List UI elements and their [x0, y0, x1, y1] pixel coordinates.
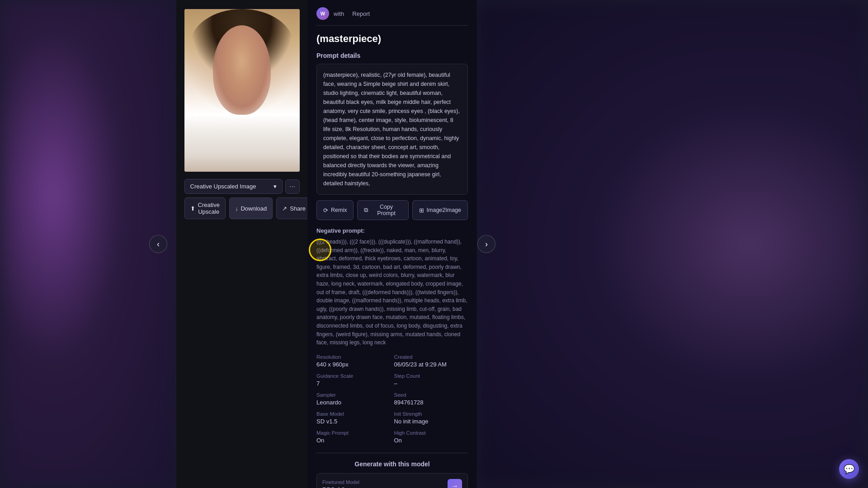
image2image-label: Image2Image: [427, 207, 461, 213]
high-contrast-label: High Contrast: [394, 430, 468, 436]
negative-prompt-label: Negative prompt:: [316, 227, 468, 234]
magic-prompt-item: Magic Prompt On: [316, 430, 391, 444]
finetuned-model-name: RPG 4.0: [322, 486, 359, 488]
main-image: [184, 9, 300, 172]
chat-bubble-button[interactable]: 💬: [839, 459, 859, 479]
download-label: Download: [241, 205, 267, 212]
high-contrast-value: On: [394, 437, 468, 444]
panel-header: W with Report: [316, 7, 468, 26]
init-strength-value: No init image: [394, 418, 468, 425]
details-panel: W with Report (masterpiece) Prompt detai…: [307, 0, 477, 488]
created-label: Created: [394, 354, 468, 360]
resolution-value: 640 x 960px: [316, 361, 391, 368]
step-count-item: Step Count –: [394, 373, 468, 387]
base-model-label: Base Model: [316, 411, 391, 417]
finetuned-model-label: Finetuned Model: [322, 479, 359, 485]
share-button[interactable]: ↗ Share: [276, 197, 311, 219]
generate-title: Generate with this model: [316, 460, 468, 468]
generate-section: Generate with this model Finetuned Model…: [316, 453, 468, 488]
share-label: Share: [290, 205, 306, 212]
action-row: ⬆ Creative Upscale ↓ Download ↗ Share: [184, 197, 300, 219]
image-hair-overlay: [190, 9, 294, 82]
chevron-down-icon: ▾: [274, 183, 277, 190]
model-select-dropdown[interactable]: Creative Upscaled Image ▾: [184, 179, 283, 194]
background-right: [475, 0, 868, 488]
left-arrow-icon: ‹: [157, 239, 160, 249]
creative-upscale-button[interactable]: ⬆ Creative Upscale: [184, 197, 226, 219]
prompt-text: (masterpiece), realistic, (27yr old fema…: [323, 70, 461, 188]
base-model-value: SD v1.5: [316, 418, 391, 425]
created-item: Created 06/05/23 at 9:29 AM: [394, 354, 468, 368]
image2image-icon: ⊞: [419, 207, 424, 214]
username-label: with: [334, 10, 344, 17]
upscale-icon: ⬆: [190, 205, 195, 212]
sampler-item: Sampler Leonardo: [316, 392, 391, 406]
step-count-value: –: [394, 380, 468, 387]
model-select-row: Creative Upscaled Image ▾ ···: [184, 179, 300, 194]
page-title: (masterpiece): [316, 33, 468, 45]
seed-value: 894761728: [394, 399, 468, 406]
share-icon: ↗: [282, 205, 287, 212]
creative-upscale-label: Creative Upscale: [198, 202, 220, 215]
remix-label: Remix: [331, 207, 347, 213]
download-icon: ↓: [235, 205, 238, 212]
resolution-label: Resolution: [316, 354, 391, 360]
guidance-scale-label: Guidance Scale: [316, 373, 391, 379]
go-arrow-icon: →: [451, 482, 458, 488]
model-card[interactable]: Finetuned Model RPG 4.0 →: [316, 473, 468, 488]
image2image-button[interactable]: ⊞ Image2Image: [412, 200, 468, 220]
model-go-button[interactable]: →: [448, 479, 462, 488]
resolution-item: Resolution 640 x 960px: [316, 354, 391, 368]
model-info: Finetuned Model RPG 4.0: [322, 479, 359, 488]
sampler-value: Leonardo: [316, 399, 391, 406]
negative-prompt-text: (((2 heads))), (((2 face))), (((duplicat…: [316, 238, 468, 347]
magic-prompt-label: Magic Prompt: [316, 430, 391, 436]
high-contrast-item: High Contrast On: [394, 430, 468, 444]
seed-item: Seed 894761728: [394, 392, 468, 406]
report-link[interactable]: Report: [352, 10, 370, 17]
model-select-label: Creative Upscaled Image: [190, 183, 256, 190]
avatar: W: [316, 7, 329, 20]
model-more-button[interactable]: ···: [285, 179, 300, 194]
created-value: 06/05/23 at 9:29 AM: [394, 361, 468, 368]
copy-icon: ⧉: [364, 207, 368, 214]
prev-image-button[interactable]: ‹: [149, 235, 167, 253]
prompt-actions: ⟳ Remix ⧉ Copy Prompt ⊞ Image2Image: [316, 200, 468, 220]
init-strength-item: Init Strength No init image: [394, 411, 468, 425]
remix-icon: ⟳: [323, 207, 328, 214]
init-strength-label: Init Strength: [394, 411, 468, 417]
image-panel: Creative Upscaled Image ▾ ··· ⬆ Creative…: [176, 0, 307, 488]
prompt-box: (masterpiece), realistic, (27yr old fema…: [316, 64, 468, 195]
download-button[interactable]: ↓ Download: [229, 197, 273, 219]
image-tools: Creative Upscaled Image ▾ ··· ⬆ Creative…: [184, 179, 300, 219]
guidance-scale-value: 7: [316, 380, 391, 387]
base-model-item: Base Model SD v1.5: [316, 411, 391, 425]
prompt-section-title: Prompt details: [316, 52, 468, 59]
right-arrow-icon: ›: [485, 239, 488, 249]
remix-button[interactable]: ⟳ Remix: [316, 200, 354, 220]
guidance-scale-item: Guidance Scale 7: [316, 373, 391, 387]
step-count-label: Step Count: [394, 373, 468, 379]
copy-prompt-button[interactable]: ⧉ Copy Prompt: [357, 200, 408, 220]
seed-label: Seed: [394, 392, 468, 398]
next-image-button[interactable]: ›: [477, 235, 495, 253]
sampler-label: Sampler: [316, 392, 391, 398]
chat-icon: 💬: [844, 464, 855, 474]
dots-icon: ···: [289, 183, 295, 191]
metadata-grid: Resolution 640 x 960px Created 06/05/23 …: [316, 354, 468, 444]
copy-prompt-label: Copy Prompt: [371, 204, 401, 216]
magic-prompt-value: On: [316, 437, 391, 444]
